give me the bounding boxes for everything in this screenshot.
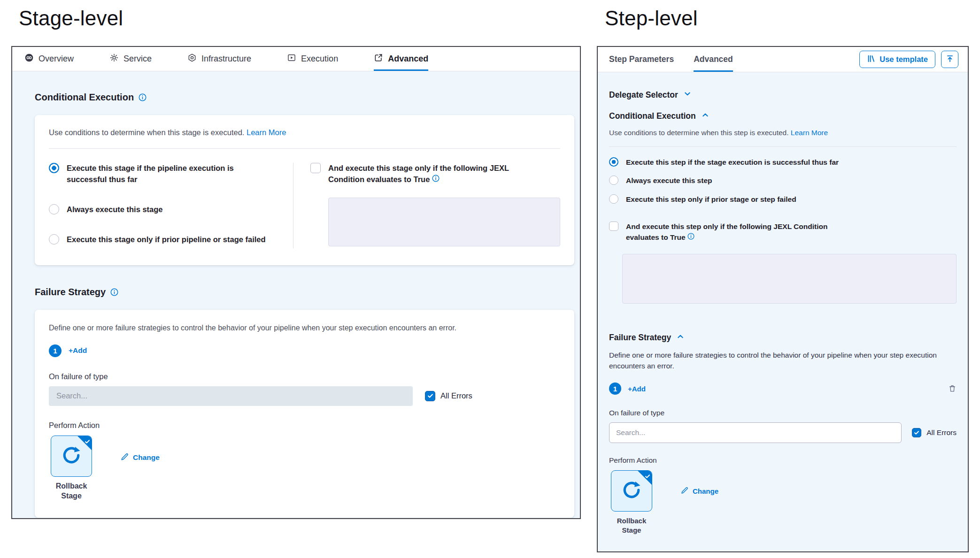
step-advanced-panel: Step Parameters Advanced Use template De… <box>597 46 969 552</box>
tab-advanced[interactable]: Advanced <box>374 47 428 71</box>
info-icon[interactable] <box>432 175 440 182</box>
delegate-selector-label: Delegate Selector <box>609 90 678 100</box>
tab-advanced[interactable]: Advanced <box>694 47 733 72</box>
conditional-execution-card: Use conditions to determine when this st… <box>35 115 574 265</box>
conditional-execution-label: Conditional Execution <box>609 111 696 121</box>
tab-infrastructure[interactable]: Infrastructure <box>187 47 251 71</box>
step-tabbar: Step Parameters Advanced Use template <box>598 47 968 72</box>
rollback-stage-caption: Rollback Stage <box>609 516 654 535</box>
jexl-condition-input[interactable] <box>328 198 560 246</box>
change-label: Change <box>693 487 718 495</box>
delete-strategy-icon[interactable] <box>948 384 957 393</box>
perform-action-label: Perform Action <box>609 456 957 465</box>
gear-icon <box>109 53 119 65</box>
radio-option-successful[interactable]: Execute this step if the stage execution… <box>609 157 957 168</box>
checkbox-checked-icon <box>425 391 435 401</box>
upload-icon <box>946 54 954 64</box>
failure-type-search-input[interactable] <box>49 386 413 406</box>
on-failure-of-type-label: On failure of type <box>49 372 560 381</box>
info-icon[interactable] <box>139 93 147 101</box>
template-library-icon <box>867 54 875 65</box>
use-template-button[interactable]: Use template <box>859 51 935 68</box>
use-template-label: Use template <box>880 55 928 64</box>
radio-icon <box>49 204 59 214</box>
jexl-condition-label: And execute this step only if the follow… <box>626 222 827 241</box>
pencil-icon <box>680 486 689 496</box>
failure-strategy-label: Failure Strategy <box>609 333 671 343</box>
divider <box>49 148 560 149</box>
info-icon[interactable] <box>110 288 118 296</box>
stage-tabbar: Overview Service Infrastructure Executio… <box>12 47 580 71</box>
strategy-badge[interactable]: 1 <box>49 344 62 357</box>
radio-icon <box>609 176 618 185</box>
failure-type-search-input[interactable] <box>609 422 902 443</box>
learn-more-link[interactable]: Learn More <box>791 129 828 137</box>
conditional-execution-description: Use conditions to determine when this st… <box>609 129 789 137</box>
all-errors-checkbox-row[interactable]: All Errors <box>912 428 957 437</box>
radio-option-successful[interactable]: Execute this stage if the pipeline execu… <box>49 163 293 185</box>
divider <box>609 146 957 147</box>
advanced-icon <box>374 53 383 65</box>
failure-strategy-description: Define one or more failure strategies to… <box>49 324 560 332</box>
failure-strategy-toggle[interactable]: Failure Strategy <box>609 333 957 343</box>
tab-service[interactable]: Service <box>109 47 152 71</box>
failure-strategy-description: Define one or more failure strategies to… <box>609 350 938 371</box>
conditional-execution-heading-label: Conditional Execution <box>35 92 134 103</box>
step-level-title: Step-level <box>605 7 698 30</box>
change-action-link[interactable]: Change <box>680 486 718 496</box>
change-label: Change <box>133 453 160 462</box>
tab-step-parameters[interactable]: Step Parameters <box>609 47 674 72</box>
rollback-stage-caption: Rollback Stage <box>49 482 94 501</box>
tab-advanced-label: Advanced <box>694 54 733 64</box>
checkbox-checked-icon <box>912 428 921 437</box>
save-as-template-button[interactable] <box>941 51 958 68</box>
jexl-condition-checkbox-row[interactable]: And execute this step only if the follow… <box>609 222 957 243</box>
on-failure-of-type-label: On failure of type <box>609 409 957 417</box>
checkbox-icon <box>609 222 618 231</box>
chevron-down-icon <box>684 90 691 100</box>
all-errors-label: All Errors <box>440 391 472 400</box>
delegate-selector-toggle[interactable]: Delegate Selector <box>609 90 957 100</box>
checkbox-icon <box>310 163 321 173</box>
step-radio-group: Execute this step if the stage execution… <box>609 157 957 205</box>
chevron-up-icon <box>702 111 709 121</box>
infrastructure-icon <box>187 53 197 65</box>
all-errors-label: All Errors <box>926 428 957 437</box>
jexl-condition-input[interactable] <box>622 254 957 304</box>
conditional-execution-toggle[interactable]: Conditional Execution <box>609 111 957 121</box>
add-strategy-button[interactable]: +Add <box>69 346 87 355</box>
jexl-condition-checkbox-row[interactable]: And execute this stage only if the follo… <box>310 163 560 185</box>
perform-action-label: Perform Action <box>49 421 560 430</box>
radio-option-prior-failed[interactable]: Execute this step only if prior stage or… <box>609 194 957 205</box>
tab-advanced-label: Advanced <box>388 54 428 64</box>
tab-execution[interactable]: Execution <box>287 47 338 71</box>
rollback-stage-tile[interactable] <box>611 470 652 512</box>
radio-icon <box>49 234 59 245</box>
learn-more-link[interactable]: Learn More <box>247 128 286 137</box>
radio-option-prior-failed[interactable]: Execute this stage only if prior pipelin… <box>49 234 293 245</box>
radio-selected-icon <box>609 157 618 167</box>
check-icon <box>85 438 90 446</box>
change-action-link[interactable]: Change <box>120 452 160 463</box>
pencil-icon <box>120 452 129 463</box>
info-icon[interactable] <box>687 233 694 240</box>
failure-strategy-card: Define one or more failure strategies to… <box>35 310 574 518</box>
check-icon <box>645 473 650 481</box>
stage-advanced-panel: Overview Service Infrastructure Executio… <box>11 46 581 519</box>
tab-step-parameters-label: Step Parameters <box>609 54 674 64</box>
stage-level-title: Stage-level <box>19 7 123 30</box>
rollback-stage-tile[interactable] <box>51 436 92 477</box>
add-strategy-button[interactable]: +Add <box>628 385 646 393</box>
tab-overview-label: Overview <box>39 54 74 64</box>
radio-option-always[interactable]: Always execute this stage <box>49 204 293 215</box>
tab-service-label: Service <box>123 54 152 64</box>
execution-icon <box>287 53 296 65</box>
failure-strategy-heading-label: Failure Strategy <box>35 287 106 298</box>
all-errors-checkbox-row[interactable]: All Errors <box>425 391 472 401</box>
radio-option-always[interactable]: Always execute this step <box>609 176 957 186</box>
radio-icon <box>609 194 618 204</box>
tab-overview[interactable]: Overview <box>24 47 74 71</box>
strategy-badge[interactable]: 1 <box>609 382 621 395</box>
stage-radio-group: Execute this stage if the pipeline execu… <box>49 163 293 248</box>
tab-infrastructure-label: Infrastructure <box>201 54 251 64</box>
